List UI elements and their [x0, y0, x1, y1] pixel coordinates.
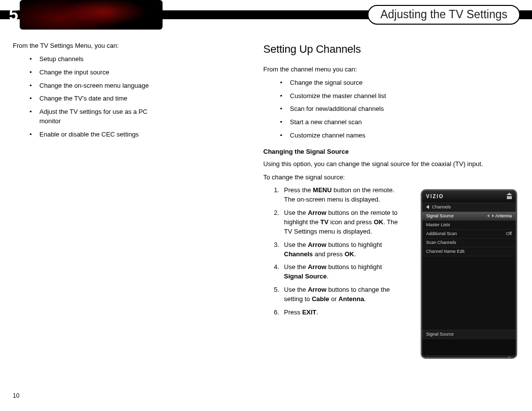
- step-item: Use the Arrow buttons to highlight Chann…: [281, 240, 401, 259]
- subheading-desc: Using this option, you can change the si…: [264, 160, 510, 169]
- list-item: Change the input source: [30, 68, 167, 77]
- list-item: Change the TV's date and time: [30, 94, 167, 103]
- left-right-arrows-icon: [487, 213, 494, 218]
- list-item: Start a new channel scan: [280, 118, 418, 127]
- tv-menu-screenshot: VIZIO Channels Signal Source Antenna Mas…: [421, 189, 517, 359]
- list-item: Enable or disable the CEC settings: [30, 130, 167, 139]
- tv-status-row: Signal Source: [422, 330, 516, 339]
- step-item: Use the Arrow buttons to highlight Signa…: [281, 263, 401, 281]
- home-icon: [507, 194, 512, 199]
- chapter-header: 5 Adjusting the TV Settings: [0, 0, 532, 30]
- right-bullet-list: Change the signal sourceCustomize the ma…: [264, 78, 519, 140]
- tv-breadcrumb-row: Channels: [422, 203, 516, 211]
- cycle-icon: [425, 356, 432, 359]
- list-item: Change the signal source: [280, 78, 418, 88]
- tv-row-label: Signal Source: [426, 213, 454, 219]
- tv-blank-row: [422, 339, 516, 355]
- left-bullet-list: Setup channelsChange the input sourceCha…: [13, 55, 242, 139]
- list-item: Customize the master channel list: [280, 92, 418, 101]
- left-column: From the TV Settings Menu, you can: Setu…: [13, 41, 242, 321]
- header-swirl-graphic: [20, 0, 163, 30]
- tv-menu-fill: [422, 256, 516, 330]
- tv-footer-right: EXIT: [496, 357, 512, 359]
- step-item: Press EXIT.: [281, 308, 401, 317]
- exit-icon: [507, 357, 512, 359]
- chapter-title-pill: Adjusting the TV Settings: [367, 5, 520, 25]
- step-item: Use the Arrow buttons on the remote to h…: [281, 208, 401, 237]
- list-item: Adjust the TV settings for use as a PC m…: [30, 107, 167, 126]
- chapter-number: 5: [0, 2, 18, 27]
- tv-row-signal-source: Signal Source Antenna: [422, 211, 516, 220]
- list-item: Change the on-screen menu language: [30, 81, 167, 91]
- subheading: Changing the Signal Source: [264, 147, 519, 157]
- page-number: 10: [13, 392, 19, 400]
- tv-row-scan-channels: Scan Channels: [422, 238, 516, 247]
- tv-breadcrumb: Channels: [432, 204, 451, 210]
- right-intro: From the channel menu you can:: [264, 65, 519, 74]
- tv-row-value: Antenna: [487, 213, 512, 219]
- back-arrow-icon: [426, 205, 429, 209]
- tv-footer-bar: LAST EXIT: [422, 355, 516, 359]
- step-item: Press the MENU button on the remote. The…: [281, 186, 401, 205]
- tv-footer-left: LAST: [426, 357, 443, 359]
- section-title: Setting Up Channels: [264, 41, 519, 57]
- right-column: Setting Up Channels From the channel men…: [264, 41, 519, 321]
- list-item: Customize channel names: [280, 131, 418, 140]
- step-item: Use the Arrow buttons to change the sett…: [281, 285, 401, 304]
- ordered-steps: Press the MENU button on the remote. The…: [264, 186, 401, 317]
- tv-row-channel-name-edit: Channel Name Edit: [422, 247, 516, 256]
- tv-row-master-lists: Master Lists: [422, 220, 516, 229]
- list-item: Setup channels: [30, 55, 167, 64]
- tv-menu-top-bar: VIZIO: [422, 191, 516, 203]
- tv-row-additional-scan: Additional Scan Off: [422, 229, 516, 238]
- steps-lead: To change the signal source:: [264, 173, 510, 182]
- tv-brand-logo: VIZIO: [426, 193, 444, 201]
- tv-row-value: Off: [506, 231, 512, 237]
- left-intro: From the TV Settings Menu, you can:: [13, 41, 242, 51]
- list-item: Scan for new/additional channels: [280, 104, 418, 114]
- page-body: From the TV Settings Menu, you can: Setu…: [0, 30, 532, 321]
- chapter-title: Adjusting the TV Settings: [380, 6, 507, 23]
